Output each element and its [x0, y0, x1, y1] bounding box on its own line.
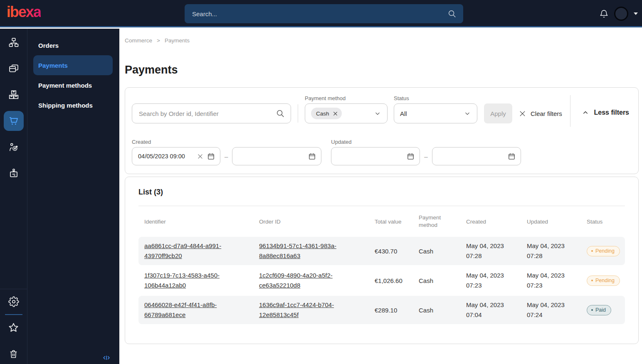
created-from-field[interactable] [132, 147, 220, 165]
chevron-down-icon [464, 110, 471, 117]
less-filters-toggle[interactable]: Less filters [580, 103, 632, 123]
main-content: Commerce > Payments Payments Payment met… [119, 29, 642, 364]
payment-method-chip: Cash [311, 108, 342, 119]
search-icon[interactable] [276, 109, 285, 118]
clear-filters-button[interactable]: Clear filters [516, 103, 565, 123]
status-label: Status [394, 95, 477, 101]
submenu-item-payments[interactable]: Payments [33, 55, 113, 75]
created-cell: May 04, 2023 07:04 [466, 300, 527, 320]
sidebar-item-commerce[interactable] [4, 111, 24, 131]
trash-icon [8, 349, 19, 359]
collapse-sidebar-button[interactable] [102, 353, 111, 362]
calendar-icon[interactable] [508, 152, 516, 160]
status-badge-label: Pending [595, 278, 615, 283]
sidebar-item-site-structure[interactable] [4, 32, 24, 52]
updated-to-field[interactable] [432, 147, 521, 165]
sidebar-item-content[interactable] [4, 59, 24, 79]
sidebar-item-settings[interactable] [4, 292, 24, 312]
sidebar-item-bookmarks[interactable] [4, 317, 24, 337]
identifier-link[interactable]: aa6861cc-d7a9-4844-a991-43970ff9cb20 [144, 242, 221, 259]
order-id-link[interactable]: 1c2cf609-4890-4a20-a5f2-ce63a52210d8 [259, 272, 333, 289]
status-dot-icon [591, 250, 593, 252]
list-title: List (3) [138, 188, 625, 197]
products-boxes-icon [8, 89, 19, 100]
global-search[interactable] [185, 4, 463, 23]
commerce-cart-icon [8, 115, 20, 127]
updated-cell: May 04, 2023 07:23 [527, 271, 587, 290]
payment-method-cell: Cash [419, 248, 466, 255]
status-dot-icon [591, 280, 593, 281]
calendar-icon[interactable] [308, 152, 316, 160]
user-avatar[interactable] [614, 7, 628, 21]
filters-divider [298, 104, 298, 123]
updated-cell: May 04, 2023 07:28 [527, 241, 587, 261]
clear-date-icon[interactable] [198, 154, 203, 159]
bookmarks-star-icon [8, 322, 19, 333]
payments-list-panel: List (3) Identifier Order ID Total value… [125, 177, 639, 344]
rail-bottom-section [0, 289, 27, 364]
submenu-item-label: Payments [38, 62, 68, 69]
table-row: aa6861cc-d7a9-4844-a991-43970ff9cb20 961… [138, 237, 625, 265]
status-badge: Pending [587, 275, 620, 286]
status-badge: Pending [587, 246, 620, 256]
submenu-item-label: Payment methods [38, 82, 92, 89]
chevron-down-icon [374, 110, 381, 117]
column-header-identifier: Identifier [138, 219, 259, 225]
filters-panel: Payment method Cash Status All [125, 87, 639, 174]
submenu-item-orders[interactable]: Orders [33, 35, 113, 55]
calendar-icon[interactable] [207, 152, 215, 160]
user-menu-caret-icon[interactable] [634, 12, 638, 15]
filter-search-input[interactable] [138, 110, 276, 118]
submenu-item-label: Shipping methods [38, 102, 93, 109]
chip-label: Cash [316, 111, 329, 117]
updated-from-field[interactable] [331, 147, 420, 165]
column-header-total-value: Total value [375, 219, 419, 225]
remove-chip-icon[interactable] [333, 111, 338, 116]
column-header-payment-method: Payment method [419, 214, 466, 229]
date-range-separator: – [225, 153, 228, 160]
payment-method-select[interactable]: Cash [305, 103, 388, 123]
submenu-item-payment-methods[interactable]: Payment methods [33, 75, 113, 95]
table-header: Identifier Order ID Total value Payment … [138, 206, 625, 237]
created-to-input[interactable] [237, 152, 304, 160]
filters-divider [570, 95, 570, 127]
search-icon[interactable] [447, 9, 457, 18]
apply-button[interactable]: Apply [484, 103, 512, 123]
topbar-actions [599, 0, 638, 27]
created-from-input[interactable] [137, 152, 193, 160]
submenu-item-shipping-methods[interactable]: Shipping methods [33, 95, 113, 115]
created-label: Created [132, 139, 321, 145]
order-id-link[interactable]: 96134b91-57c1-4361-983a-8a88ec816a63 [259, 242, 336, 259]
identifier-link[interactable]: 1f307c19-7c13-4583-a450-106b44a12ab0 [144, 272, 220, 289]
notifications-bell-icon[interactable] [599, 9, 609, 19]
status-select-value: All [400, 110, 407, 117]
rail-divider-accent [5, 314, 22, 315]
calendar-icon[interactable] [407, 152, 415, 160]
updated-from-input[interactable] [336, 152, 402, 160]
personalization-target-icon [8, 142, 19, 152]
payment-method-label: Payment method [305, 95, 388, 101]
sidebar-item-admin[interactable] [4, 163, 24, 183]
sidebar-item-personalization[interactable] [4, 137, 24, 157]
breadcrumb-separator: > [157, 37, 160, 44]
ibexa-logo[interactable]: ibexa [7, 3, 41, 21]
column-header-created: Created [466, 219, 527, 225]
chevron-up-icon [582, 109, 589, 116]
sidebar-item-trash[interactable] [4, 344, 24, 364]
column-header-status: Status [587, 219, 625, 225]
order-id-link[interactable]: 1636c9af-1cc7-4424-b704-12e85813c45f [259, 301, 334, 318]
global-search-input[interactable] [191, 10, 447, 18]
total-value-cell: €289.10 [375, 307, 419, 314]
status-badge: Paid [587, 305, 611, 315]
sidebar-item-products[interactable] [4, 85, 24, 105]
total-value-cell: €1,026.60 [375, 277, 419, 284]
filter-search-box[interactable] [132, 103, 291, 123]
column-header-updated: Updated [527, 219, 587, 225]
breadcrumb-commerce[interactable]: Commerce [125, 37, 152, 44]
created-cell: May 04, 2023 07:28 [466, 241, 527, 261]
updated-to-input[interactable] [437, 152, 504, 160]
created-to-field[interactable] [232, 147, 321, 165]
status-badge-label: Paid [595, 307, 606, 313]
identifier-link[interactable]: 06466028-e42f-4f41-a8fb-66789a681ece [144, 301, 217, 318]
status-select[interactable]: All [394, 103, 477, 123]
